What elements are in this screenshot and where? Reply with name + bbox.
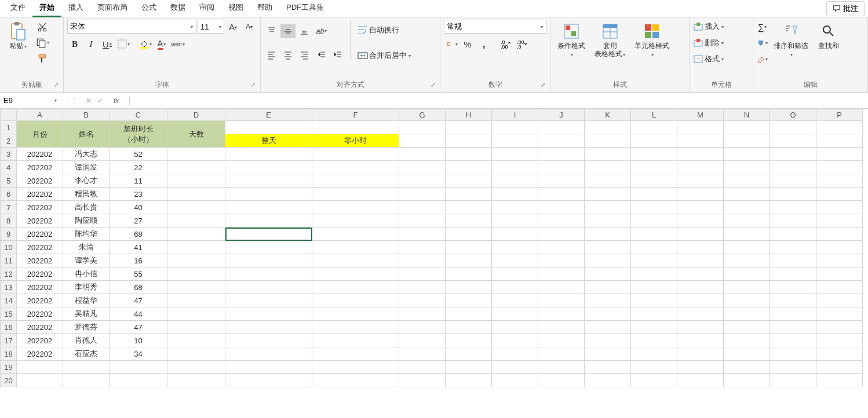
align-right-button[interactable] [297,48,312,62]
cell-L8[interactable] [631,214,677,228]
menu-item-2[interactable]: 插入 [61,0,90,17]
cell-N2[interactable] [724,134,770,148]
cell-L12[interactable] [631,267,677,281]
row-header-4[interactable]: 4 [1,161,17,174]
cell-F19[interactable] [312,361,399,374]
cell-L15[interactable] [631,307,677,321]
cell-E12[interactable] [225,267,312,281]
cell-E13[interactable] [225,281,312,294]
cell-N11[interactable] [724,254,770,267]
cell-L9[interactable] [631,228,677,241]
cell-D8[interactable] [167,214,225,228]
increase-indent-button[interactable] [330,48,345,62]
cell-N8[interactable] [724,214,770,228]
menu-item-3[interactable]: 页面布局 [90,0,134,17]
cell-O20[interactable] [770,374,816,387]
cell-F18[interactable] [312,347,399,361]
cell-O1[interactable] [770,121,816,134]
cell-M10[interactable] [677,241,724,254]
cell-F6[interactable] [312,188,399,201]
increase-font-button[interactable]: A▴ [225,20,240,34]
cell-F7[interactable] [312,201,399,214]
cell-A20[interactable] [17,374,63,387]
cell-C3[interactable]: 52 [110,148,167,161]
cell-M20[interactable] [677,374,724,387]
cell-P15[interactable] [816,307,863,321]
cell-P4[interactable] [816,161,863,174]
align-middle-button[interactable] [280,24,296,38]
cell-B8[interactable]: 陶应顺 [63,214,110,228]
font-color-button[interactable]: A▾ [154,37,169,51]
menu-item-8[interactable]: 帮助 [250,0,279,17]
row-header-13[interactable]: 13 [1,281,17,294]
cell-B19[interactable] [63,361,110,374]
cell-A15[interactable]: 202202 [17,307,63,321]
name-box-input[interactable] [0,96,52,105]
cell-M4[interactable] [677,161,724,174]
cell-H18[interactable] [446,347,492,361]
cell-K19[interactable] [585,361,631,374]
cell-G8[interactable] [399,214,446,228]
cell-I16[interactable] [492,321,538,334]
cell-I10[interactable] [492,241,538,254]
menu-item-9[interactable]: PDF工具集 [279,0,331,17]
cell-M18[interactable] [677,347,724,361]
col-header-F[interactable]: F [312,109,399,121]
cell-G1[interactable] [399,121,446,134]
accept-formula-button[interactable]: ✓ [97,97,103,105]
font-name-combo[interactable]: ▾ [67,20,196,34]
cell-F11[interactable] [312,254,399,267]
decrease-decimal-button[interactable]: .00.0 [515,37,530,51]
menu-item-1[interactable]: 开始 [32,0,61,17]
cell-G16[interactable] [399,321,446,334]
merge-center-button[interactable]: 合并后居中▾ [355,49,413,62]
cell-M6[interactable] [677,188,724,201]
cell-F17[interactable] [312,334,399,347]
cell-K14[interactable] [585,294,631,307]
cell-E18[interactable] [225,347,312,361]
cell-O10[interactable] [770,241,816,254]
row-header-18[interactable]: 18 [1,347,17,361]
formula-input[interactable] [130,96,868,105]
cell-E17[interactable] [225,334,312,347]
cell-K8[interactable] [585,214,631,228]
cell-L14[interactable] [631,294,677,307]
cell-I19[interactable] [492,361,538,374]
number-format-input[interactable] [444,23,537,31]
cell-A9[interactable]: 202202 [17,228,63,241]
select-all-corner[interactable] [1,109,17,121]
cell-F5[interactable] [312,174,399,188]
col-header-K[interactable]: K [585,109,631,121]
cell-B16[interactable]: 罗德芬 [63,321,110,334]
cell-I15[interactable] [492,307,538,321]
cell-M14[interactable] [677,294,724,307]
cell-L3[interactable] [631,148,677,161]
cell-P20[interactable] [816,374,863,387]
cell-C13[interactable]: 68 [110,281,167,294]
cell-E10[interactable] [225,241,312,254]
cell-C8[interactable]: 27 [110,214,167,228]
clear-button[interactable]: ▾ [757,52,768,66]
cell-O14[interactable] [770,294,816,307]
cell-N20[interactable] [724,374,770,387]
row-header-20[interactable]: 20 [1,374,17,387]
row-header-6[interactable]: 6 [1,188,17,201]
cell-P19[interactable] [816,361,863,374]
cell-D5[interactable] [167,174,225,188]
dialog-launcher-icon[interactable]: ⤢ [431,82,435,88]
cell-E20[interactable] [225,374,312,387]
spreadsheet-grid[interactable]: ABCDEFGHIJKLMNOP1月份姓名加班时长（小时）天数2整天零小时320… [0,109,868,418]
cell-J11[interactable] [538,254,585,267]
row-header-5[interactable]: 5 [1,174,17,188]
cell-L16[interactable] [631,321,677,334]
cell-B15[interactable]: 吴精凡 [63,307,110,321]
cell-H17[interactable] [446,334,492,347]
cell-J2[interactable] [538,134,585,148]
cell-E16[interactable] [225,321,312,334]
chevron-down-icon[interactable]: ▾ [537,24,546,30]
cell-F16[interactable] [312,321,399,334]
row-header-1[interactable]: 1 [1,121,17,134]
format-painter-button[interactable] [35,52,50,65]
cell-F2[interactable]: 零小时 [312,134,399,148]
cell-M9[interactable] [677,228,724,241]
